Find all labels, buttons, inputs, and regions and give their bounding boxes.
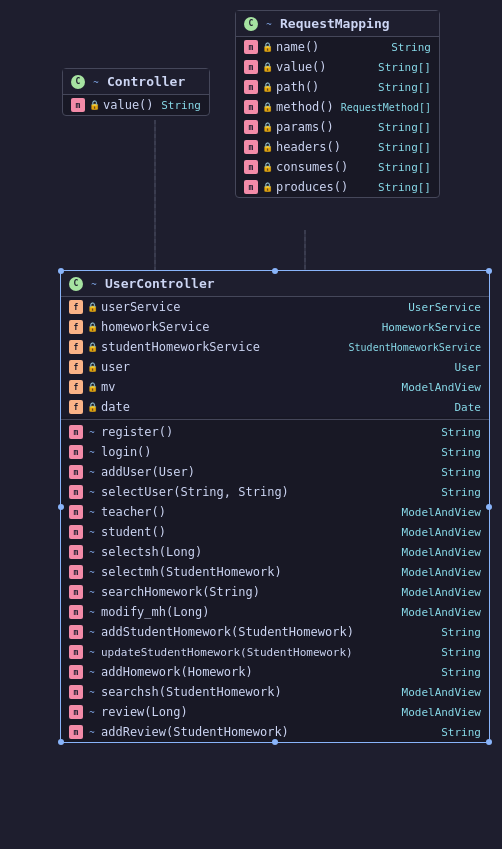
uc-modifymh-row: m ~ modify_mh(Long) ModelAndView bbox=[61, 602, 489, 622]
uc-register-row: m ~ register() String bbox=[61, 422, 489, 442]
resize-handle-tr[interactable] bbox=[486, 268, 492, 274]
controller-card[interactable]: C ~ Controller m 🔒 value() String bbox=[62, 68, 210, 116]
rm-params-row: m 🔒 params() String[] bbox=[236, 117, 439, 137]
uc-review-row: m ~ review(Long) ModelAndView bbox=[61, 702, 489, 722]
uc-adduser-row: m ~ addUser(User) String bbox=[61, 462, 489, 482]
request-mapping-badge: C bbox=[244, 17, 258, 31]
uc-selectsh-row: m ~ selectsh(Long) ModelAndView bbox=[61, 542, 489, 562]
controller-value-name: value() bbox=[103, 98, 154, 112]
divider bbox=[61, 419, 489, 420]
controller-title: Controller bbox=[107, 74, 185, 89]
resize-handle-mr[interactable] bbox=[486, 504, 492, 510]
uc-mv-row: f 🔒 mv ModelAndView bbox=[61, 377, 489, 397]
resize-handle-bc[interactable] bbox=[272, 739, 278, 745]
rm-produces-row: m 🔒 produces() String[] bbox=[236, 177, 439, 197]
rm-headers-row: m 🔒 headers() String[] bbox=[236, 137, 439, 157]
uc-addstudenthmk-row: m ~ addStudentHomework(StudentHomework) … bbox=[61, 622, 489, 642]
user-controller-header: C ~ UserController bbox=[61, 271, 489, 297]
uc-teacher-row: m ~ teacher() ModelAndView bbox=[61, 502, 489, 522]
user-controller-card[interactable]: C ~ UserController f 🔒 userService UserS… bbox=[60, 270, 490, 743]
rm-name-row: m 🔒 name() String bbox=[236, 37, 439, 57]
uc-userservice-row: f 🔒 userService UserService bbox=[61, 297, 489, 317]
uc-homeworkservice-row: f 🔒 homeworkService HomeworkService bbox=[61, 317, 489, 337]
uc-methods-section: m ~ register() String m ~ login() String… bbox=[61, 422, 489, 742]
user-controller-badge: C bbox=[69, 277, 83, 291]
method-badge-m: m bbox=[71, 98, 85, 112]
rm-method-row: m 🔒 method() RequestMethod[] bbox=[236, 97, 439, 117]
resize-handle-bl[interactable] bbox=[58, 739, 64, 745]
user-controller-wave-icon: ~ bbox=[89, 279, 99, 289]
uc-student-row: m ~ student() ModelAndView bbox=[61, 522, 489, 542]
uc-searchsh-row: m ~ searchsh(StudentHomework) ModelAndVi… bbox=[61, 682, 489, 702]
user-controller-title: UserController bbox=[105, 276, 215, 291]
uc-addhmk-row: m ~ addHomework(Homework) String bbox=[61, 662, 489, 682]
rm-value-row: m 🔒 value() String[] bbox=[236, 57, 439, 77]
request-mapping-wave-icon: ~ bbox=[264, 19, 274, 29]
uc-selectmh-row: m ~ selectmh(StudentHomework) ModelAndVi… bbox=[61, 562, 489, 582]
controller-value-type: String bbox=[161, 99, 201, 112]
uc-date-row: f 🔒 date Date bbox=[61, 397, 489, 417]
resize-handle-br[interactable] bbox=[486, 739, 492, 745]
rm-path-row: m 🔒 path() String[] bbox=[236, 77, 439, 97]
request-mapping-title: RequestMapping bbox=[280, 16, 390, 31]
lock-icon: 🔒 bbox=[89, 100, 99, 110]
controller-wave-icon: ~ bbox=[91, 77, 101, 87]
uc-studenthomeworkservice-row: f 🔒 studentHomeworkService StudentHomewo… bbox=[61, 337, 489, 357]
uc-selectuser-row: m ~ selectUser(String, String) String bbox=[61, 482, 489, 502]
uc-user-row: f 🔒 user User bbox=[61, 357, 489, 377]
request-mapping-card[interactable]: C ~ RequestMapping m 🔒 name() String m 🔒… bbox=[235, 10, 440, 198]
controller-value-row: m 🔒 value() String bbox=[63, 95, 209, 115]
uc-login-row: m ~ login() String bbox=[61, 442, 489, 462]
resize-handle-tc[interactable] bbox=[272, 268, 278, 274]
uc-updatestudenthmk-row: m ~ updateStudentHomework(StudentHomewor… bbox=[61, 642, 489, 662]
request-mapping-header: C ~ RequestMapping bbox=[236, 11, 439, 37]
resize-handle-tl[interactable] bbox=[58, 268, 64, 274]
controller-header: C ~ Controller bbox=[63, 69, 209, 95]
resize-handle-ml[interactable] bbox=[58, 504, 64, 510]
uc-searchhomework-row: m ~ searchHomework(String) ModelAndView bbox=[61, 582, 489, 602]
rm-consumes-row: m 🔒 consumes() String[] bbox=[236, 157, 439, 177]
controller-badge: C bbox=[71, 75, 85, 89]
